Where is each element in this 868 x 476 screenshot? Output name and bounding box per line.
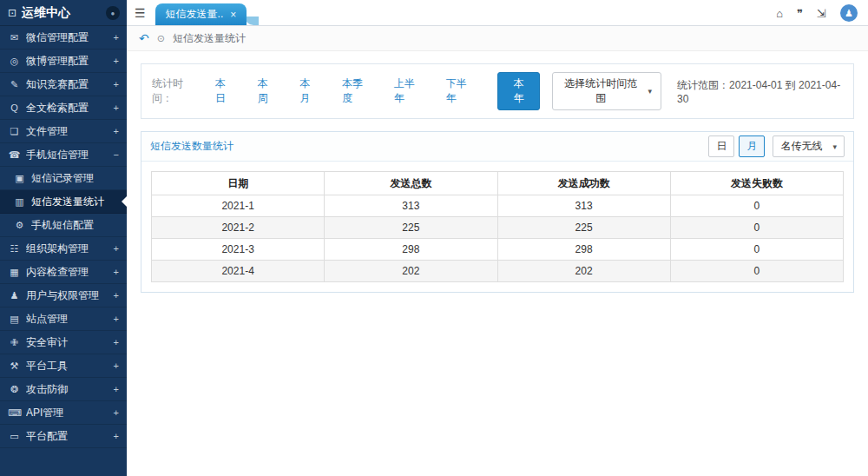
sidebar-item-label: API管理 <box>26 406 110 420</box>
main-area: ☰ 短信发送量.. × ⌂ ❞ ⇲ ♟ ↶ ⊙ 短信发送量统计 统计时间： 本日… <box>127 0 868 476</box>
home-icon[interactable]: ⌂ <box>776 7 783 20</box>
sidebar-item-label: 攻击防御 <box>26 382 110 397</box>
table-cell: 2021-4 <box>152 261 325 282</box>
sidebar-toggle-icon[interactable]: ● <box>106 6 120 20</box>
sidebar-item-platform-tools[interactable]: ⚒平台工具+ <box>0 354 127 378</box>
record-icon: ▣ <box>13 173 26 184</box>
channel-select[interactable]: 名传无线 ▾ <box>773 136 845 157</box>
table-cell: 202 <box>325 261 497 282</box>
api-icon: ⌨ <box>8 407 21 419</box>
expander-icon: + <box>110 102 119 113</box>
sidebar-item-label: 用户与权限管理 <box>26 288 110 303</box>
sidebar-item-site-management[interactable]: ▤站点管理+ <box>0 307 127 331</box>
table-cell: 298 <box>497 239 670 261</box>
table-header-cell: 发送失败数 <box>670 172 843 195</box>
wechat-icon: ✉ <box>8 32 21 43</box>
sidebar-item-platform-config[interactable]: ▭平台配置+ <box>0 425 127 448</box>
sidebar-item-file-management[interactable]: ❏文件管理+ <box>0 120 127 143</box>
sidebar-item-label: 安全审计 <box>26 335 110 350</box>
table-body: 2021-131331302021-222522502021-329829802… <box>152 195 844 282</box>
phone-icon: ☎ <box>8 149 21 161</box>
tab-close-icon[interactable]: × <box>230 9 236 21</box>
filter-option-today[interactable]: 本日 <box>215 76 234 106</box>
expander-icon: + <box>110 79 119 89</box>
menu-toggle-icon[interactable]: ☰ <box>127 6 155 20</box>
site-icon: ▤ <box>8 314 21 325</box>
expander-icon: + <box>110 267 119 277</box>
table-cell: 2021-1 <box>152 195 325 217</box>
back-icon[interactable]: ↶ <box>139 31 149 45</box>
sidebar-item-label: 平台工具 <box>26 359 110 374</box>
sidebar-item-label: 文件管理 <box>26 124 110 139</box>
sidebar-item-sms-record-management[interactable]: ▣短信记录管理 <box>0 167 127 190</box>
expander-icon: + <box>110 407 119 418</box>
expander-icon: + <box>110 290 119 301</box>
sidebar-item-sms-volume-stats[interactable]: ▥短信发送量统计 <box>0 190 127 214</box>
search-icon: Q <box>8 102 21 113</box>
sidebar-item-api-management[interactable]: ⌨API管理+ <box>0 401 127 425</box>
sidebar-item-fulltext-search-config[interactable]: Q全文检索配置+ <box>0 96 127 120</box>
sidebar-item-label: 组织架构管理 <box>26 241 110 256</box>
sidebar-item-label: 微博管理配置 <box>26 54 110 69</box>
tab-sms-volume-stats[interactable]: 短信发送量.. × <box>155 3 247 25</box>
expander-icon: + <box>110 243 119 254</box>
table-row: 2021-42022020 <box>152 261 844 282</box>
month-toggle-button[interactable]: 月 <box>739 136 765 157</box>
stats-panel-header: 短信发送数量统计 日 月 名传无线 ▾ <box>141 132 853 162</box>
table-cell: 0 <box>670 261 843 282</box>
filter-option-this-quarter[interactable]: 本季度 <box>342 76 371 106</box>
filter-option-this-year-button[interactable]: 本年 <box>497 72 540 110</box>
table-cell: 313 <box>325 195 497 217</box>
sidebar-item-label: 站点管理 <box>26 312 110 327</box>
brand: ⊡ 运维中心 ● <box>0 0 127 26</box>
sidebar-item-users-permissions[interactable]: ♟用户与权限管理+ <box>0 284 127 307</box>
table-head: 日期发送总数发送成功数发送失败数 <box>152 172 844 195</box>
date-range-dropdown[interactable]: 选择统计时间范围 ▾ <box>552 72 661 110</box>
table-cell: 313 <box>497 195 670 217</box>
user-icon: ♟ <box>8 290 21 301</box>
filter-option-this-month[interactable]: 本月 <box>300 76 319 106</box>
expander-icon: + <box>110 32 119 43</box>
tab-tail-decoration <box>245 17 259 25</box>
brand-title: 运维中心 <box>22 5 70 21</box>
filter-option-first-half-year[interactable]: 上半年 <box>394 76 423 106</box>
filter-option-this-week[interactable]: 本周 <box>258 76 277 106</box>
expander-icon: + <box>110 126 119 136</box>
sidebar-item-wechat-config[interactable]: ✉微信管理配置+ <box>0 26 127 50</box>
filter-option-second-half-year[interactable]: 下半年 <box>446 76 475 106</box>
fullscreen-icon[interactable]: ⇲ <box>817 7 826 20</box>
monitor-icon: ⊡ <box>8 7 16 19</box>
sidebar-item-label: 内容检查管理 <box>26 265 110 280</box>
table-cell: 0 <box>670 217 843 239</box>
sidebar-item-security-audit[interactable]: ✙安全审计+ <box>0 331 127 354</box>
expander-icon: + <box>110 337 119 347</box>
expander-icon: + <box>110 56 119 66</box>
comments-icon[interactable]: ❞ <box>797 7 803 20</box>
sidebar-item-sms-config[interactable]: ⚙手机短信配置 <box>0 214 127 237</box>
sidebar-item-label: 手机短信管理 <box>26 148 110 162</box>
sidebar-item-sms-management[interactable]: ☎手机短信管理− <box>0 143 127 167</box>
day-toggle-button[interactable]: 日 <box>708 136 734 157</box>
sidebar-item-label: 知识竞赛配置 <box>26 77 110 92</box>
table-cell: 225 <box>325 217 497 239</box>
sidebar-item-org-structure[interactable]: ☷组织架构管理+ <box>0 237 127 261</box>
sidebar: ⊡ 运维中心 ● ✉微信管理配置+◎微博管理配置+✎知识竞赛配置+Q全文检索配置… <box>0 0 127 476</box>
filter-label: 统计时间： <box>152 76 201 106</box>
topbar: ☰ 短信发送量.. × ⌂ ❞ ⇲ ♟ <box>127 0 868 26</box>
table-cell: 0 <box>670 195 843 217</box>
table-header-cell: 日期 <box>152 172 325 195</box>
channel-select-value: 名传无线 <box>780 139 822 154</box>
sidebar-item-weibo-config[interactable]: ◎微博管理配置+ <box>0 50 127 73</box>
sidebar-item-label: 平台配置 <box>26 429 110 444</box>
table-cell: 2021-2 <box>152 217 325 239</box>
sidebar-item-label: 短信发送量统计 <box>31 195 119 209</box>
sidebar-item-quiz-config[interactable]: ✎知识竞赛配置+ <box>0 73 127 96</box>
user-avatar[interactable]: ♟ <box>840 4 858 22</box>
date-range-dropdown-label: 选择统计时间范围 <box>562 76 640 106</box>
sidebar-item-content-check[interactable]: ▦内容检查管理+ <box>0 261 127 284</box>
select-caret-icon: ▾ <box>832 142 837 151</box>
expander-icon: + <box>110 384 119 394</box>
sidebar-item-attack-defense[interactable]: ❂攻击防御+ <box>0 378 127 401</box>
file-icon: ❏ <box>8 126 21 137</box>
defense-icon: ❂ <box>8 384 21 395</box>
